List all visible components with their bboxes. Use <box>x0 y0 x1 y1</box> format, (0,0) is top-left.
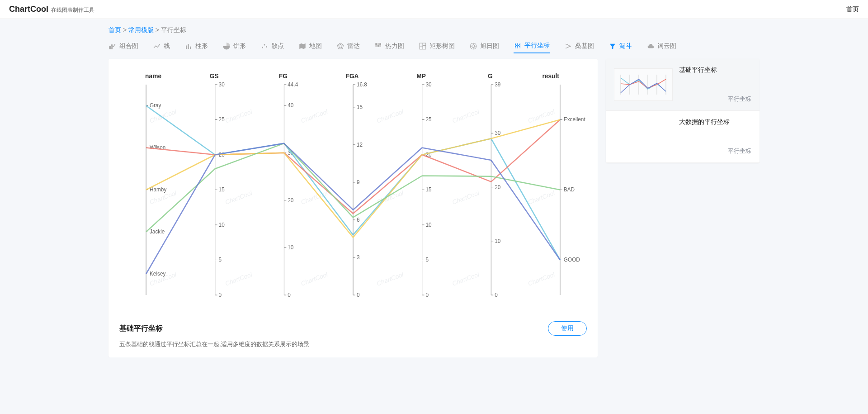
svg-text:0: 0 <box>495 292 498 298</box>
svg-text:0: 0 <box>357 292 360 298</box>
svg-rect-3 <box>188 44 189 49</box>
svg-text:3: 3 <box>357 254 360 261</box>
sidebar-item-title: 基础平行坐标 <box>679 66 751 74</box>
svg-text:25: 25 <box>426 116 432 123</box>
nav-home-link[interactable]: 首页 <box>846 5 859 14</box>
tab-sunburst[interactable]: 旭日图 <box>469 39 499 53</box>
svg-point-7 <box>266 46 267 48</box>
svg-text:ChartCool: ChartCool <box>376 271 405 287</box>
svg-text:Gray: Gray <box>150 102 161 109</box>
svg-text:ChartCool: ChartCool <box>451 108 481 124</box>
tab-treemap[interactable]: 矩形树图 <box>419 39 455 53</box>
svg-text:20: 20 <box>495 184 501 190</box>
svg-text:result: result <box>542 72 559 80</box>
pie-icon <box>222 42 231 50</box>
svg-text:30: 30 <box>219 81 225 88</box>
top-header: ChartCool 在线图表制作工具 首页 <box>0 0 868 19</box>
svg-text:10: 10 <box>219 222 225 228</box>
scatter-icon <box>260 42 269 50</box>
svg-rect-4 <box>190 47 191 49</box>
tab-funnel[interactable]: 漏斗 <box>609 39 632 53</box>
svg-text:FG: FG <box>279 72 288 80</box>
tab-radar[interactable]: 雷达 <box>336 39 360 53</box>
breadcrumb-home[interactable]: 首页 <box>108 26 121 33</box>
svg-text:15: 15 <box>426 186 432 193</box>
chart-title: 基础平行坐标 <box>119 324 163 333</box>
svg-rect-13 <box>375 45 377 47</box>
combo-icon <box>108 42 117 50</box>
svg-text:name: name <box>145 72 161 80</box>
svg-text:ChartCool: ChartCool <box>224 271 254 287</box>
heatmap-icon <box>374 42 382 50</box>
svg-rect-12 <box>379 43 381 45</box>
svg-text:ChartCool: ChartCool <box>376 108 405 124</box>
svg-text:ChartCool: ChartCool <box>527 271 557 287</box>
tab-parallel[interactable]: 平行坐标 <box>514 39 550 53</box>
chart-desc: 五条基础的线通过平行坐标汇总在一起,适用多维度的数据关系展示的场景 <box>119 340 587 348</box>
svg-text:9: 9 <box>357 179 360 186</box>
sidebar-item-title: 大数据的平行坐标 <box>679 118 751 126</box>
svg-text:12: 12 <box>357 142 363 148</box>
svg-text:25: 25 <box>219 116 225 123</box>
svg-text:Excellent: Excellent <box>564 116 586 123</box>
breadcrumb: 首页 > 常用模版 > 平行坐标 <box>108 19 760 39</box>
svg-text:16.8: 16.8 <box>357 81 367 88</box>
svg-text:15: 15 <box>219 186 225 193</box>
tab-sankey[interactable]: 桑基图 <box>564 39 594 53</box>
chart-panel: ChartCoolChartCoolChartCoolChartCoolChar… <box>108 59 598 357</box>
svg-text:0: 0 <box>426 292 429 298</box>
sidebar-item-basic-parallel[interactable]: 基础平行坐标 平行坐标 <box>606 59 760 111</box>
treemap-icon <box>419 42 427 50</box>
brand-sub: 在线图表制作工具 <box>51 6 94 14</box>
sankey-icon <box>564 42 572 50</box>
tab-heatmap[interactable]: 热力图 <box>374 39 404 53</box>
svg-text:G: G <box>488 72 493 80</box>
chart-type-tabs: 组合图 线 柱形 饼形 散点 地图 雷达 热力图 <box>108 39 760 59</box>
bar-icon <box>184 42 193 50</box>
tab-scatter[interactable]: 散点 <box>260 39 284 53</box>
parallel-chart: ChartCoolChartCoolChartCoolChartCoolChar… <box>119 69 587 313</box>
sidebar-thumb <box>614 68 673 101</box>
svg-text:10: 10 <box>495 238 501 244</box>
svg-text:20: 20 <box>288 197 294 203</box>
tab-map[interactable]: 地图 <box>298 39 322 53</box>
svg-text:0: 0 <box>219 292 222 298</box>
svg-text:Hamby: Hamby <box>150 186 166 193</box>
sidebar-item-sub: 平行坐标 <box>679 147 751 155</box>
svg-text:Jackie: Jackie <box>150 228 165 235</box>
svg-text:ChartCool: ChartCool <box>451 189 481 206</box>
template-sidebar: 基础平行坐标 平行坐标 大数据的平行坐标 平行坐标 <box>606 59 760 163</box>
sidebar-item-bigdata-parallel[interactable]: 大数据的平行坐标 平行坐标 <box>606 111 760 163</box>
svg-text:GOOD: GOOD <box>564 257 580 263</box>
tab-bar[interactable]: 柱形 <box>184 39 208 53</box>
svg-rect-11 <box>377 43 379 45</box>
svg-text:GS: GS <box>210 72 219 80</box>
svg-text:10: 10 <box>288 244 294 251</box>
svg-text:MP: MP <box>416 72 426 80</box>
svg-text:ChartCool: ChartCool <box>224 108 254 124</box>
svg-rect-15 <box>379 45 381 47</box>
line-icon <box>153 42 161 50</box>
tab-combo[interactable]: 组合图 <box>108 39 138 53</box>
svg-text:ChartCool: ChartCool <box>224 189 254 206</box>
sunburst-icon <box>469 42 477 50</box>
svg-rect-2 <box>186 46 187 49</box>
funnel-icon <box>609 42 617 50</box>
tab-pie[interactable]: 饼形 <box>222 39 246 53</box>
svg-text:ChartCool: ChartCool <box>300 108 329 124</box>
svg-text:40: 40 <box>288 102 294 109</box>
svg-text:ChartCool: ChartCool <box>527 189 557 206</box>
svg-text:ChartCool: ChartCool <box>451 271 481 287</box>
wordcloud-icon <box>646 42 655 50</box>
map-icon <box>298 42 307 50</box>
breadcrumb-current: 平行坐标 <box>161 26 186 33</box>
svg-text:5: 5 <box>219 257 222 263</box>
svg-text:39: 39 <box>495 81 501 88</box>
breadcrumb-templates[interactable]: 常用模版 <box>128 26 154 33</box>
use-button[interactable]: 使用 <box>548 321 587 336</box>
svg-point-6 <box>264 44 265 46</box>
svg-text:30: 30 <box>426 81 432 88</box>
svg-point-20 <box>472 45 475 48</box>
tab-wordcloud[interactable]: 词云图 <box>646 39 676 53</box>
tab-line[interactable]: 线 <box>153 39 170 53</box>
